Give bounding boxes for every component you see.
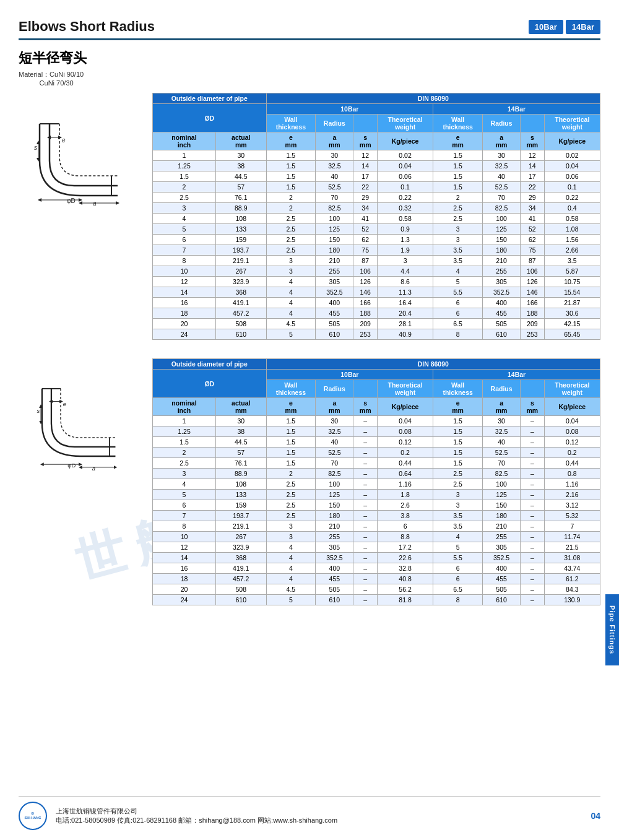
table-2-cell: 1.5 xyxy=(433,426,483,437)
table-1-cell: 166 xyxy=(521,298,544,308)
table-2-cell: – xyxy=(353,469,377,479)
table-2-cell: 100 xyxy=(483,479,521,490)
th-din: DIN 86090 xyxy=(266,93,600,104)
table-2-cell: 0.64 xyxy=(377,469,433,479)
table-row: 2571.552.5–0.21.552.5–0.2 xyxy=(153,448,600,458)
table-2-cell: – xyxy=(521,595,544,605)
th2-a1: amm xyxy=(316,398,353,416)
table-2-cell: – xyxy=(353,416,377,426)
table-row: 1.25381.532.5–0.081.532.5–0.08 xyxy=(153,426,600,437)
table-row: 18457.2445518820.4645518830.6 xyxy=(153,308,600,319)
table-1-cell: 505 xyxy=(316,319,353,329)
table-2-cell: 7 xyxy=(153,511,216,521)
table-2-cell: 4 xyxy=(266,574,316,584)
table-1-cell: 29 xyxy=(521,193,544,203)
table-1-cell: 0.22 xyxy=(377,193,433,203)
table-2-cell: – xyxy=(521,574,544,584)
table-2: Outside diameter of pipe DIN 86090 ØD 10… xyxy=(152,358,600,605)
table-2-cell: 267 xyxy=(216,532,267,542)
table-row: 16419.14400–32.86400–43.74 xyxy=(153,563,600,574)
footer-contact: 电话:021-58050989 传真:021-68291168 邮箱：shiha… xyxy=(56,816,337,825)
table-1-cell: 0.04 xyxy=(377,161,433,171)
table-1-cell: 267 xyxy=(216,266,267,277)
table-2-cell: 8 xyxy=(153,521,216,532)
table-1-wrap: Outside diameter of pipe DIN 86090 ØD 10… xyxy=(152,93,600,340)
th-kg2: Kg/piece xyxy=(544,132,600,150)
table-1-cell: 193.7 xyxy=(216,245,267,256)
table-2-cell: – xyxy=(521,542,544,553)
th-od-sub: ØD xyxy=(153,104,267,132)
table-1-cell: 255 xyxy=(483,266,521,277)
table-2-cell: 57 xyxy=(216,448,267,458)
table-1-cell: 8.6 xyxy=(377,277,433,287)
table-1: Outside diameter of pipe DIN 86090 ØD 10… xyxy=(152,93,600,340)
table-2-cell: 610 xyxy=(483,595,521,605)
page-title: Elbows Short Radius xyxy=(19,19,155,35)
footer-company: 上海世航铜镍管件有限公司 xyxy=(56,807,337,816)
th-theoretical-1: Theoreticalweight xyxy=(377,115,433,132)
table-1-cell: 52.5 xyxy=(483,182,521,193)
table-1-cell: 4.4 xyxy=(377,266,433,277)
table-2-cell: 1.5 xyxy=(433,458,483,469)
table-2-cell: 3 xyxy=(433,500,483,511)
table-row: 1.544.51.540170.061.540170.06 xyxy=(153,171,600,182)
table-1-cell: 1.5 xyxy=(266,171,316,182)
svg-text:φD: φD xyxy=(67,462,76,469)
table-1-cell: 75 xyxy=(353,245,377,256)
table-2-cell: 8.8 xyxy=(377,532,433,542)
th-s-2 xyxy=(521,115,544,132)
table-2-cell: 455 xyxy=(316,574,353,584)
table-1-cell: 1.3 xyxy=(377,235,433,245)
table-2-cell: 44.5 xyxy=(216,437,267,448)
table-1-cell: 1.5 xyxy=(266,161,316,171)
table-1-cell: 14 xyxy=(353,161,377,171)
table-1-cell: 3 xyxy=(433,235,483,245)
table-2-cell: 2.5 xyxy=(266,490,316,500)
table-1-cell: 610 xyxy=(316,329,353,340)
table-2-cell: 3 xyxy=(266,532,316,542)
table-1-cell: 210 xyxy=(316,256,353,266)
table-2-cell: 76.1 xyxy=(216,458,267,469)
table-1-cell: 305 xyxy=(483,277,521,287)
table-2-cell: 2.16 xyxy=(544,490,600,500)
table-1-cell: 8 xyxy=(153,256,216,266)
table-2-cell: 38 xyxy=(216,426,267,437)
table-1-cell: 3.5 xyxy=(544,256,600,266)
table-2-cell: 159 xyxy=(216,500,267,511)
table-2-cell: – xyxy=(353,500,377,511)
table-2-cell: 11.74 xyxy=(544,532,600,542)
table-2-cell: 0.8 xyxy=(544,469,600,479)
table-row: 8219.13210–63.5210–7 xyxy=(153,521,600,532)
table-1-cell: 508 xyxy=(216,319,267,329)
table-1-cell: 146 xyxy=(521,287,544,298)
table-1-cell: 88.9 xyxy=(216,203,267,214)
table-2-cell: – xyxy=(353,542,377,553)
table-1-cell: 24 xyxy=(153,329,216,340)
table-1-cell: 52.5 xyxy=(316,182,353,193)
table-1-cell: 4 xyxy=(266,308,316,319)
table-1-cell: 34 xyxy=(353,203,377,214)
table-2-cell: 0.44 xyxy=(544,458,600,469)
th-actual: actualmm xyxy=(216,132,267,150)
th2-wall-2: Wallthickness xyxy=(433,380,483,398)
table-1-cell: 610 xyxy=(216,329,267,340)
table-row: 388.9282.5340.322.582.5340.4 xyxy=(153,203,600,214)
table-2-cell: 0.08 xyxy=(377,426,433,437)
table-2-cell: 4 xyxy=(433,532,483,542)
table-2-cell: 457.2 xyxy=(216,574,267,584)
table-2-cell: 4 xyxy=(153,479,216,490)
table-2-cell: 352.5 xyxy=(316,553,353,563)
table-1-cell: 1.9 xyxy=(377,245,433,256)
table-1-cell: 455 xyxy=(316,308,353,319)
table-1-cell: 5.87 xyxy=(544,266,600,277)
table-row: 205084.550520928.16.550520942.15 xyxy=(153,319,600,329)
table-1-cell: 5 xyxy=(266,329,316,340)
table-2-cell: 52.5 xyxy=(316,448,353,458)
table-1-cell: 52 xyxy=(353,224,377,235)
table-1-cell: 30 xyxy=(216,150,267,161)
table-1-cell: 1.5 xyxy=(433,161,483,171)
table-2-cell: 2.5 xyxy=(153,458,216,469)
table-2-cell: 61.2 xyxy=(544,574,600,584)
table-row: 143684352.5–22.65.5352.5–31.08 xyxy=(153,553,600,563)
svg-text:a: a xyxy=(92,465,95,472)
